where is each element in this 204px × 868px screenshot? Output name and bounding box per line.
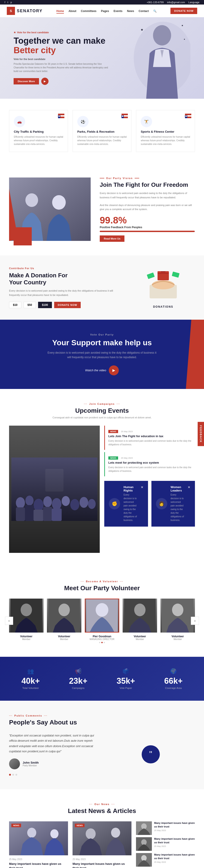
donation-desc: Every decision is to welcomed pain avoid… xyxy=(9,289,122,297)
women-leaders-icon: 👩 xyxy=(156,498,167,509)
volunteer-4: Volunteer Member xyxy=(123,598,157,643)
volunteer-dots xyxy=(85,642,119,643)
news-title-1: Many important issues have given us thei… xyxy=(9,862,68,868)
hero-play-button[interactable]: ▶ xyxy=(41,78,49,85)
vision-title: Join The Fight for Our Freedom xyxy=(100,181,195,188)
svg-point-57 xyxy=(50,829,58,838)
testimonial-dot-1[interactable] xyxy=(9,774,11,776)
news-side-1: Many important issues have given us thei… xyxy=(136,822,195,835)
testimonials-title: People's Say About us xyxy=(9,719,195,726)
nav-item-events[interactable]: Events xyxy=(114,9,122,13)
facebook-icon[interactable]: f xyxy=(4,1,5,4)
nav-link-pages[interactable]: Pages xyxy=(101,9,109,13)
pinterest-icon[interactable]: p xyxy=(10,1,12,4)
hero-person-svg: ★ ★ ★ xyxy=(122,17,191,99)
info-card-close-2[interactable]: ✕ xyxy=(188,486,191,489)
volunteers-tag: Become A Volunteer xyxy=(9,580,195,583)
svg-point-59 xyxy=(86,828,96,839)
svg-rect-28 xyxy=(172,272,179,278)
campaign-2-tag: NEWS xyxy=(108,457,118,460)
email-text: info@gmail.com xyxy=(167,1,185,4)
services-grid: 🚗 City Traffic & Parking Efficiently unl… xyxy=(9,110,195,152)
news-date-1: 25 May 2023 xyxy=(9,858,68,861)
news-title-2: Many important Issues have given us thei… xyxy=(72,862,132,868)
nav-link-committees[interactable]: Committees xyxy=(81,9,96,13)
testimonial-dot-2[interactable] xyxy=(12,774,14,776)
service-card-sports: 🏋️ Sports & Fitness Center Efficiently u… xyxy=(136,110,195,152)
donation-now-button[interactable]: DONATE NOW xyxy=(54,302,81,308)
video-play-button[interactable]: ▶ xyxy=(109,365,119,375)
donation-50-button[interactable]: $50 xyxy=(24,302,36,308)
nav-item-about[interactable]: About xyxy=(68,9,77,13)
twitter-icon[interactable]: t xyxy=(7,1,8,4)
svg-rect-42 xyxy=(43,507,52,521)
discover-more-button[interactable]: Discover More xyxy=(13,78,39,85)
vision-image xyxy=(9,178,91,241)
svg-point-52 xyxy=(134,603,146,616)
info-card-human-rights-desc: Every decision is to welcomed pain avoid… xyxy=(123,493,137,522)
service-desc-parks: Efficiently unleashed resources for huma… xyxy=(77,135,127,146)
sports-flag xyxy=(185,114,191,118)
svg-point-35 xyxy=(62,496,70,506)
nav-item-contact[interactable]: Contact xyxy=(139,9,149,13)
service-desc-sports: Efficiently unleashed resources for huma… xyxy=(141,135,190,146)
services-section: 🚗 City Traffic & Parking Efficiently unl… xyxy=(0,99,204,163)
nav-link-events[interactable]: Events xyxy=(114,9,122,13)
donate-now-button[interactable]: DONATE NOW xyxy=(171,8,197,14)
dot-3 xyxy=(104,642,105,643)
nav-link-contact[interactable]: Contact xyxy=(139,9,149,13)
stat-vote-label: Vote Paper xyxy=(104,687,147,689)
human-rights-icon: ✊ xyxy=(109,498,120,509)
donation-title: Make A Donation For Your Country xyxy=(9,272,122,286)
nav-item-pages[interactable]: Pages xyxy=(101,9,109,13)
news-image-2: NEWS xyxy=(72,822,132,855)
campaigns-title: Upcoming Events xyxy=(9,407,195,414)
service-title-sports: Sports & Fitness Center xyxy=(141,130,190,133)
phone-text: +061-133-6799 xyxy=(147,1,164,4)
logo-icon: S xyxy=(7,7,15,15)
info-card-close-1[interactable]: ✕ xyxy=(141,486,144,489)
language-selector[interactable]: Language xyxy=(188,1,200,4)
search-icon[interactable]: 🔍 xyxy=(153,9,157,13)
news-side-text-2: Many important issues have given us thei… xyxy=(154,837,195,847)
testimonials-inner: "Exception sint occaecat cupidatat non p… xyxy=(9,733,195,776)
news-side-column: Many important issues have given us thei… xyxy=(136,822,195,868)
stat-volunteer-label: Total Volunteer xyxy=(9,687,52,689)
hero-title: Together we can make Better city xyxy=(13,36,109,55)
nav-item-news[interactable]: News xyxy=(127,9,134,13)
nav-item-home[interactable]: Home xyxy=(56,9,64,13)
carousel-prev-button[interactable]: ‹ xyxy=(5,617,13,625)
testimonial-content: "Exception sint occaecat cupidatat non p… xyxy=(9,733,97,776)
stat-coverage-label: Coverage Area xyxy=(152,687,195,689)
vision-section: Our Party Vision Join The Fight for Our … xyxy=(0,163,204,255)
vision-tag: Our Party Vision xyxy=(100,177,195,180)
donation-content: Contribute For Us Make A Donation For Yo… xyxy=(9,267,122,308)
donation-illustration xyxy=(141,267,186,303)
service-card-parks: ⚽ Parks, Fields & Recreation Efficiently… xyxy=(72,110,132,152)
nav-link-news[interactable]: News xyxy=(127,9,134,13)
volunteer-stat-icon: 👥 xyxy=(9,668,52,675)
nav-links: Home About Committees Pages Events News … xyxy=(56,9,157,13)
svg-rect-26 xyxy=(161,271,166,272)
news-side-img-1 xyxy=(136,822,152,835)
testimonial-dot-3[interactable] xyxy=(16,774,17,776)
donation-10-button[interactable]: $10 xyxy=(9,302,21,308)
nav-link-home[interactable]: Home xyxy=(56,9,64,13)
svg-rect-24 xyxy=(157,271,169,280)
testimonials-tag: Public Comments xyxy=(9,714,195,717)
nav-item-search[interactable]: 🔍 xyxy=(153,9,157,13)
read-more-button[interactable]: Read More Us xyxy=(100,236,124,242)
carousel-next-button[interactable]: › xyxy=(191,617,199,625)
nav-logo[interactable]: S SENATORY xyxy=(7,7,42,15)
news-side-title-3: Many important issues have given us thei… xyxy=(154,853,195,860)
volunteer-4-photo xyxy=(123,598,157,632)
svg-point-56 xyxy=(27,828,36,838)
stats-section: 👥 40k+ Total Volunteer 📢 23k+ Campaigns … xyxy=(0,657,204,701)
nav-link-about[interactable]: About xyxy=(68,9,77,13)
news-header: Our News Latest News & Articles xyxy=(9,803,195,814)
feedback-tab[interactable]: FEEDBACK xyxy=(198,422,204,446)
news-card-2: NEWS 25 May 2023 Many important Issues h… xyxy=(72,822,132,868)
donation-100-button[interactable]: $100 xyxy=(38,302,52,308)
nav-item-committees[interactable]: Committees xyxy=(81,9,96,13)
campaign-audience-svg xyxy=(9,458,100,521)
